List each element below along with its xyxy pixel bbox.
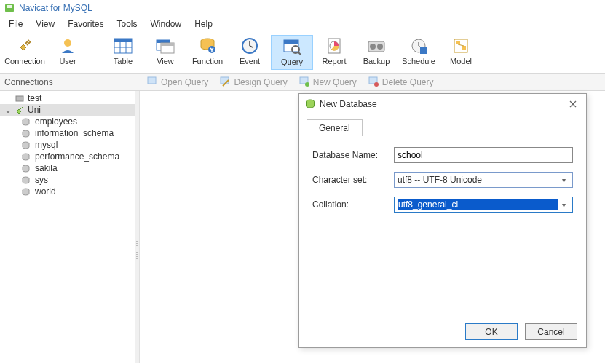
view-icon	[153, 36, 178, 55]
splitter-handle[interactable]	[135, 91, 140, 363]
tree-db-world[interactable]: world	[20, 186, 135, 197]
tree-db-mysql[interactable]: mysql	[20, 139, 135, 151]
new-query-action[interactable]: New Query	[293, 75, 363, 89]
svg-rect-6	[114, 39, 132, 42]
backup-button[interactable]: Backup	[355, 35, 398, 70]
svg-rect-13	[161, 43, 174, 46]
model-label: Model	[450, 57, 472, 66]
new-query-icon	[299, 76, 310, 87]
chevron-down-icon: ▾	[558, 201, 569, 209]
close-button[interactable]	[566, 97, 580, 111]
database-icon	[20, 163, 31, 173]
event-label: Event	[240, 57, 260, 66]
chevron-down-icon[interactable]: ⌄	[4, 105, 12, 115]
connections-panel-title: Connections	[0, 76, 135, 89]
svg-rect-32	[420, 47, 427, 54]
svg-point-28	[377, 44, 383, 50]
event-button[interactable]: Event	[229, 35, 271, 70]
open-query-label: Open Query	[161, 77, 208, 87]
dbname-input[interactable]	[394, 147, 573, 163]
delete-query-action[interactable]: Delete Query	[363, 75, 440, 89]
toolbar: Connection User Table View Function Even…	[0, 32, 605, 74]
collation-select[interactable]: utf8_general_ci ▾	[394, 197, 573, 213]
app-icon	[4, 3, 15, 13]
report-button[interactable]: Report	[313, 35, 355, 70]
tree-children-uni: employees information_schema mysql perfo…	[0, 116, 135, 197]
tree-db-information-schema[interactable]: information_schema	[20, 127, 135, 139]
plug-icon	[12, 36, 37, 55]
model-icon	[448, 36, 473, 55]
schedule-label: Schedule	[402, 57, 435, 66]
design-query-action[interactable]: Design Query	[214, 75, 293, 89]
charset-value: utf8 -- UTF-8 Unicode	[398, 175, 558, 185]
menu-window[interactable]: Window	[145, 17, 188, 31]
collation-label: Collation:	[312, 199, 394, 210]
schedule-button[interactable]: Schedule	[398, 35, 440, 70]
view-button[interactable]: View	[144, 35, 186, 70]
tree-db-sys[interactable]: sys	[20, 174, 135, 186]
dialog-titlebar[interactable]: New Database	[299, 94, 586, 114]
model-button[interactable]: Model	[440, 35, 482, 70]
tab-general[interactable]: General	[307, 119, 363, 136]
connections-tree: test ⌄ Uni employees information_schema …	[0, 91, 135, 363]
menu-favorites[interactable]: Favorites	[62, 17, 109, 31]
charset-select[interactable]: utf8 -- UTF-8 Unicode ▾	[394, 172, 573, 188]
tree-db-employees[interactable]: employees	[20, 116, 135, 127]
sub-toolbar: Connections Open Query Design Query New …	[0, 74, 605, 91]
cancel-button[interactable]: Cancel	[525, 323, 577, 340]
svg-rect-21	[284, 40, 298, 44]
function-label: Function	[192, 57, 223, 66]
clock-icon	[237, 36, 262, 55]
collation-value: utf8_general_ci	[398, 199, 558, 210]
svg-point-43	[374, 82, 379, 87]
dialog-tabs: General	[299, 114, 586, 135]
delete-query-label: Delete Query	[382, 77, 434, 87]
dialog-title: New Database	[320, 99, 377, 109]
database-icon	[20, 151, 31, 162]
user-icon	[55, 36, 80, 55]
new-database-dialog: New Database General Database Name: Char…	[298, 93, 587, 348]
delete-query-icon	[368, 76, 379, 87]
database-icon	[20, 128, 31, 138]
user-label: User	[59, 57, 76, 66]
backup-icon	[364, 36, 389, 55]
svg-line-23	[298, 52, 301, 55]
open-query-action[interactable]: Open Query	[141, 75, 214, 89]
menu-view[interactable]: View	[30, 17, 60, 31]
tree-db-sakila[interactable]: sakila	[20, 162, 135, 174]
design-query-label: Design Query	[234, 77, 287, 87]
chevron-down-icon: ▾	[558, 176, 569, 184]
tree-db-performance-schema[interactable]: performance_schema	[20, 151, 135, 162]
tree-label: sakila	[35, 163, 58, 173]
table-button[interactable]: Table	[102, 35, 144, 70]
tree-connection-test[interactable]: test	[0, 92, 135, 104]
tree-connection-uni[interactable]: ⌄ Uni	[0, 104, 135, 116]
tree-label: performance_schema	[35, 151, 119, 162]
user-button[interactable]: User	[47, 35, 89, 70]
database-icon	[20, 140, 31, 150]
dbname-label: Database Name:	[312, 150, 394, 160]
new-query-label: New Query	[313, 77, 357, 87]
ok-button[interactable]: OK	[465, 323, 518, 340]
close-icon	[569, 100, 577, 108]
menu-tools[interactable]: Tools	[111, 17, 143, 31]
tree-label: information_schema	[35, 128, 114, 138]
database-icon	[20, 116, 31, 127]
view-label: View	[157, 57, 174, 66]
menu-file[interactable]: File	[3, 17, 28, 31]
dialog-buttons: OK Cancel	[465, 323, 577, 340]
query-button[interactable]: Query	[271, 35, 313, 70]
svg-line-45	[20, 107, 23, 109]
function-button[interactable]: Function	[186, 35, 229, 70]
dialog-body: Database Name: Character set: utf8 -- UT…	[299, 135, 586, 318]
menu-help[interactable]: Help	[189, 17, 218, 31]
connection-active-icon	[15, 105, 25, 115]
connection-button[interactable]: Connection	[3, 35, 47, 70]
query-label: Query	[281, 58, 303, 66]
tree-label: Uni	[28, 105, 41, 115]
svg-rect-35	[462, 46, 466, 50]
svg-rect-1	[7, 5, 12, 8]
svg-point-27	[370, 44, 376, 50]
tree-label: sys	[35, 175, 48, 185]
tree-label: world	[35, 186, 56, 197]
